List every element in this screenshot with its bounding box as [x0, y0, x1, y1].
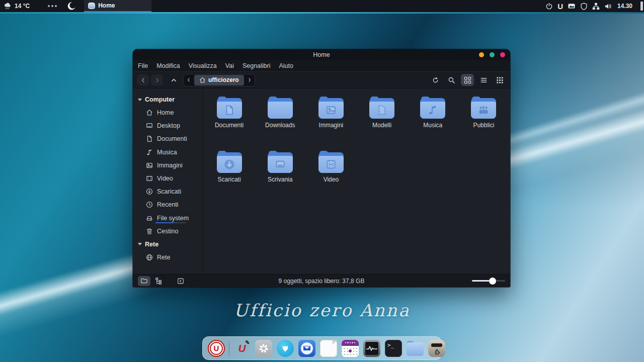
compact-view-button[interactable] — [493, 74, 506, 86]
folder-scaricati[interactable]: Scaricati — [205, 151, 254, 186]
ufficiozero-logo-icon[interactable]: U — [557, 3, 563, 10]
menu-vai[interactable]: Vai — [225, 62, 234, 69]
sidebar-places-toggle-button[interactable] — [138, 276, 150, 286]
dock-item-ufficiozero-menu[interactable]: U — [207, 339, 225, 357]
path-bar: ufficiozero — [183, 74, 255, 86]
sidebar-item-documenti[interactable]: Documenti — [133, 132, 202, 145]
power-icon[interactable] — [545, 3, 553, 10]
dock-item-writer[interactable]: U✎ — [233, 339, 251, 357]
dock-item-system-monitor[interactable] — [363, 339, 381, 357]
up-button[interactable] — [168, 74, 179, 85]
panel-menu-dots-icon[interactable] — [48, 5, 57, 7]
folder-label: Immagini — [319, 122, 344, 129]
sidebar-item-label: Recenti — [157, 201, 178, 208]
maximize-button[interactable] — [490, 52, 495, 57]
menu-file[interactable]: File — [138, 62, 148, 69]
sidebar-item-home[interactable]: Home — [133, 106, 202, 119]
sidebar-item-label: Immagini — [157, 162, 183, 169]
document-icon — [146, 135, 153, 142]
sidebar-item-musica[interactable]: Musica — [133, 146, 202, 159]
folder-label: Video — [324, 176, 339, 183]
text-editor-icon — [320, 340, 337, 357]
path-scroll-right-button[interactable] — [245, 74, 255, 86]
volume-icon[interactable] — [604, 3, 612, 10]
window-titlebar[interactable]: Home — [133, 49, 510, 60]
taskbar-window-button[interactable]: Home — [84, 0, 151, 12]
folder-musica[interactable]: Musica — [409, 97, 457, 132]
back-button[interactable] — [137, 74, 149, 85]
folder-label: Musica — [423, 122, 442, 129]
sidebar-item-desktop[interactable]: Desktop — [133, 119, 202, 132]
film-icon — [146, 175, 153, 182]
calendar-icon — [342, 340, 359, 357]
trash-icon — [428, 340, 445, 357]
folder-label: Pubblici — [473, 122, 494, 129]
folder-documenti[interactable]: Documenti — [205, 97, 254, 132]
sidebar-section-computer[interactable]: Computer — [133, 93, 202, 106]
weather-temp: 14 °C — [15, 3, 30, 10]
menu-aiuto[interactable]: Aiuto — [279, 62, 294, 69]
folder-label: Downloads — [265, 122, 295, 129]
zoom-slider[interactable] — [472, 278, 505, 285]
sidebar-item-rete[interactable]: Rete — [133, 251, 202, 264]
path-segment-home[interactable]: ufficiozero — [194, 75, 244, 85]
image-icon — [146, 162, 153, 169]
window-title: Home — [313, 51, 330, 58]
top-panel: 14 °C Home U 14.30 — [0, 0, 644, 12]
desktop-watermark: Ufficio zero Anna — [0, 300, 644, 320]
reload-button[interactable] — [429, 74, 442, 86]
weather-widget[interactable]: 14 °C — [4, 2, 30, 11]
sidebar-item-cestino[interactable]: Cestino — [133, 225, 202, 238]
sidebar-item-label: Cestino — [157, 228, 178, 235]
search-button[interactable] — [445, 74, 458, 86]
folder-downloads[interactable]: Downloads — [256, 97, 304, 132]
folder-immagini[interactable]: Immagini — [307, 97, 355, 132]
folder-icon — [407, 341, 424, 356]
minimize-button[interactable] — [479, 52, 484, 57]
sidebar-item-label: Documenti — [157, 135, 187, 142]
forward-button[interactable] — [151, 74, 163, 85]
icon-view-button[interactable] — [461, 74, 474, 86]
folder-modelli[interactable]: Modelli — [358, 97, 406, 132]
dock-item-terminal[interactable]: >_ — [384, 339, 403, 357]
dock: U U✎ >_ — [202, 336, 442, 360]
sidebar-item-video[interactable]: Video — [133, 172, 202, 185]
dock-item-librewolf[interactable] — [276, 339, 294, 357]
dock-item-calendar[interactable] — [341, 339, 359, 357]
sidebar-tree-toggle-button[interactable] — [152, 276, 165, 286]
zoom-slider-knob[interactable] — [489, 278, 496, 285]
dock-item-trash[interactable] — [428, 339, 446, 357]
close-button[interactable] — [500, 52, 505, 57]
sidebar-item-scaricati[interactable]: Scaricati — [133, 185, 202, 198]
network-icon[interactable] — [592, 3, 600, 10]
menu-visualizza[interactable]: Visualizza — [189, 62, 217, 69]
red-u-pen-icon: U✎ — [238, 342, 246, 354]
folder-video[interactable]: Video — [307, 151, 355, 186]
dock-item-thunderbird[interactable] — [298, 339, 316, 357]
menu-segnalibri[interactable]: Segnalibri — [243, 62, 271, 69]
picture-icon[interactable] — [568, 2, 576, 10]
night-mode-moon-icon[interactable] — [67, 2, 76, 11]
dock-item-file-manager[interactable] — [406, 339, 424, 357]
file-grid: Documenti Downloads Immagini Modelli Mus… — [203, 88, 510, 274]
panel-clock[interactable]: 14.30 — [617, 3, 632, 10]
list-view-button[interactable] — [477, 74, 490, 86]
sidebar-section-rete[interactable]: Rete — [133, 238, 202, 251]
folder-scrivania[interactable]: Scrivania — [256, 151, 304, 186]
toolbar: ufficiozero — [133, 72, 510, 88]
show-desktop-button[interactable] — [640, 2, 643, 11]
sidebar-item-immagini[interactable]: Immagini — [133, 159, 202, 172]
path-scroll-left-button[interactable] — [184, 74, 194, 86]
sidebar-item-filesystem[interactable]: File system — [133, 212, 202, 225]
home-icon — [199, 77, 206, 83]
dock-item-text-editor[interactable] — [319, 339, 338, 357]
shield-icon[interactable] — [580, 3, 588, 10]
system-monitor-icon — [363, 340, 380, 357]
home-icon — [146, 109, 153, 116]
hide-sidebar-button[interactable] — [174, 276, 187, 286]
dock-item-settings[interactable] — [255, 339, 273, 357]
menu-modifica[interactable]: Modifica — [156, 62, 180, 69]
sidebar-item-recenti[interactable]: Recenti — [133, 198, 202, 211]
sidebar-item-label: File system — [157, 215, 189, 222]
folder-pubblici[interactable]: Pubblici — [459, 97, 508, 132]
